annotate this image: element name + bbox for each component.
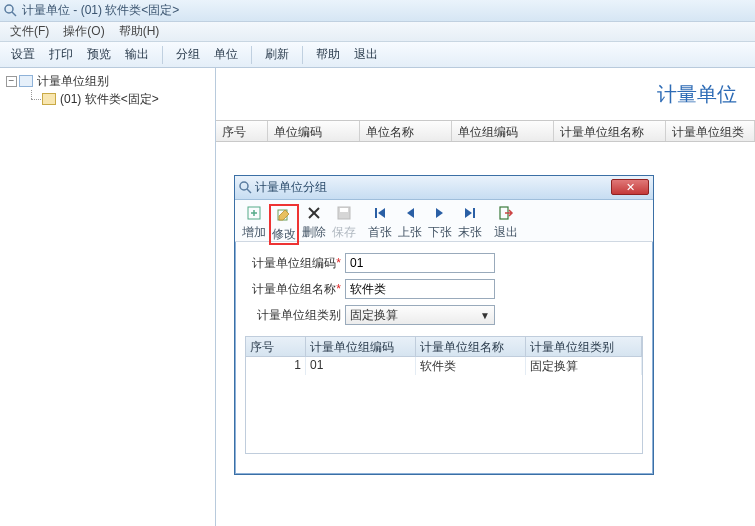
tree-collapse-icon[interactable]: − (6, 76, 17, 87)
svg-point-2 (240, 182, 248, 190)
window-title: 计量单位 - (01) 软件类<固定> (22, 2, 179, 19)
tb-output[interactable]: 输出 (120, 44, 154, 65)
grid-header: 序号 单位编码 单位名称 单位组编码 计量单位组名称 计量单位组类 (216, 120, 755, 142)
toolbar: 设置 打印 预览 输出 分组 单位 刷新 帮助 退出 (0, 42, 755, 68)
svg-marker-14 (407, 208, 414, 218)
add-icon (245, 204, 263, 222)
dialog-titlebar[interactable]: 计量单位分组 ✕ (235, 176, 653, 200)
dgrid-col-code[interactable]: 计量单位组编码 (306, 337, 416, 356)
tree-child-label: (01) 软件类<固定> (60, 91, 159, 108)
tree-line-icon (26, 90, 42, 108)
toolbar-separator (162, 46, 163, 64)
tb-group[interactable]: 分组 (171, 44, 205, 65)
dlg-edit-label: 修改 (272, 226, 296, 243)
nav-first-icon (371, 204, 389, 222)
dgrid-row[interactable]: 1 01 软件类 固定换算 (246, 357, 642, 375)
dlg-first-label: 首张 (368, 224, 392, 241)
window-titlebar: 计量单位 - (01) 软件类<固定> (0, 0, 755, 22)
tb-refresh[interactable]: 刷新 (260, 44, 294, 65)
dlg-next-button[interactable]: 下张 (425, 204, 455, 241)
dgrid-cell-code: 01 (306, 357, 416, 375)
dlg-edit-button[interactable]: 修改 (269, 204, 299, 245)
dialog-grid: 序号 计量单位组编码 计量单位组名称 计量单位组类别 1 01 软件类 固定换算 (245, 336, 643, 454)
save-icon (335, 204, 353, 222)
dgrid-col-type[interactable]: 计量单位组类别 (526, 337, 642, 356)
page-header: 计量单位 (216, 68, 755, 120)
dialog-body: 计量单位组编码* 计量单位组名称* 计量单位组类别 固定换算 ▼ 序号 计量单位… (235, 242, 653, 462)
form-row-code: 计量单位组编码* (245, 250, 643, 276)
grid-col-grouptype[interactable]: 计量单位组类 (666, 121, 755, 141)
dgrid-cell-seq: 1 (246, 357, 306, 375)
nav-last-icon (461, 204, 479, 222)
svg-rect-11 (340, 208, 348, 212)
dlg-prev-label: 上张 (398, 224, 422, 241)
dgrid-cell-name: 软件类 (416, 357, 526, 375)
dlg-exit-label: 退出 (494, 224, 518, 241)
dgrid-col-name[interactable]: 计量单位组名称 (416, 337, 526, 356)
group-dialog: 计量单位分组 ✕ 增加 修改 删除 保存 首张 上张 (234, 175, 654, 475)
dgrid-cell-type: 固定换算 (526, 357, 642, 375)
tree-root[interactable]: − 计量单位组别 (2, 72, 213, 90)
tree-root-label: 计量单位组别 (37, 73, 109, 90)
folder-open-icon (19, 75, 33, 87)
dlg-first-button[interactable]: 首张 (365, 204, 395, 241)
type-select[interactable]: 固定换算 ▼ (345, 305, 495, 325)
svg-rect-17 (473, 208, 475, 218)
grid-col-code[interactable]: 单位编码 (268, 121, 360, 141)
dialog-close-button[interactable]: ✕ (611, 179, 649, 195)
grid-col-groupname[interactable]: 计量单位组名称 (554, 121, 666, 141)
svg-rect-12 (375, 208, 377, 218)
svg-marker-16 (465, 208, 472, 218)
grid-col-groupcode[interactable]: 单位组编码 (452, 121, 554, 141)
dlg-delete-button[interactable]: 删除 (299, 204, 329, 241)
name-input[interactable] (345, 279, 495, 299)
dlg-save-button: 保存 (329, 204, 359, 241)
chevron-down-icon: ▼ (480, 310, 490, 321)
dlg-save-label: 保存 (332, 224, 356, 241)
form-row-type: 计量单位组类别 固定换算 ▼ (245, 302, 643, 328)
app-icon (4, 4, 18, 18)
menu-file[interactable]: 文件(F) (4, 22, 55, 41)
dgrid-col-seq[interactable]: 序号 (246, 337, 306, 356)
exit-icon (497, 204, 515, 222)
tb-preview[interactable]: 预览 (82, 44, 116, 65)
svg-marker-13 (378, 208, 385, 218)
svg-marker-15 (436, 208, 443, 218)
dlg-last-label: 末张 (458, 224, 482, 241)
tree-child[interactable]: (01) 软件类<固定> (2, 90, 213, 108)
svg-line-1 (12, 12, 16, 16)
dlg-last-button[interactable]: 末张 (455, 204, 485, 241)
dlg-prev-button[interactable]: 上张 (395, 204, 425, 241)
tb-exit[interactable]: 退出 (349, 44, 383, 65)
tb-unit[interactable]: 单位 (209, 44, 243, 65)
edit-icon (275, 206, 293, 224)
code-input[interactable] (345, 253, 495, 273)
grid-col-name[interactable]: 单位名称 (360, 121, 452, 141)
menu-operate[interactable]: 操作(O) (57, 22, 110, 41)
dialog-icon (239, 181, 253, 195)
menu-help[interactable]: 帮助(H) (113, 22, 166, 41)
tb-help[interactable]: 帮助 (311, 44, 345, 65)
folder-icon (42, 93, 56, 105)
nav-next-icon (431, 204, 449, 222)
tree-pane: − 计量单位组别 (01) 软件类<固定> (0, 68, 216, 526)
toolbar-separator (302, 46, 303, 64)
type-select-value: 固定换算 (350, 307, 398, 324)
tb-settings[interactable]: 设置 (6, 44, 40, 65)
dlg-add-button[interactable]: 增加 (239, 204, 269, 241)
grid-col-seq[interactable]: 序号 (216, 121, 268, 141)
type-label: 计量单位组类别 (245, 307, 345, 324)
toolbar-separator (251, 46, 252, 64)
page-title: 计量单位 (657, 81, 737, 108)
dialog-title: 计量单位分组 (255, 179, 327, 196)
code-label: 计量单位组编码* (245, 255, 345, 272)
svg-point-0 (5, 5, 13, 13)
close-icon: ✕ (626, 181, 635, 194)
tb-print[interactable]: 打印 (44, 44, 78, 65)
dlg-delete-label: 删除 (302, 224, 326, 241)
delete-icon (305, 204, 323, 222)
dlg-next-label: 下张 (428, 224, 452, 241)
dlg-exit-button[interactable]: 退出 (491, 204, 521, 241)
dialog-toolbar: 增加 修改 删除 保存 首张 上张 下张 末张 (235, 200, 653, 242)
svg-line-3 (247, 189, 251, 193)
